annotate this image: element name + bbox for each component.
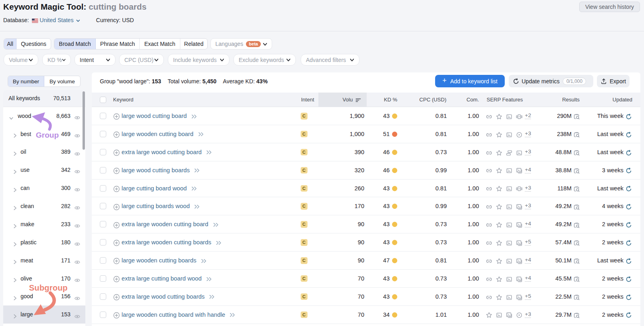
svg-text:Subgroup: Subgroup: [29, 283, 68, 292]
svg-text:Group: Group: [36, 131, 59, 139]
